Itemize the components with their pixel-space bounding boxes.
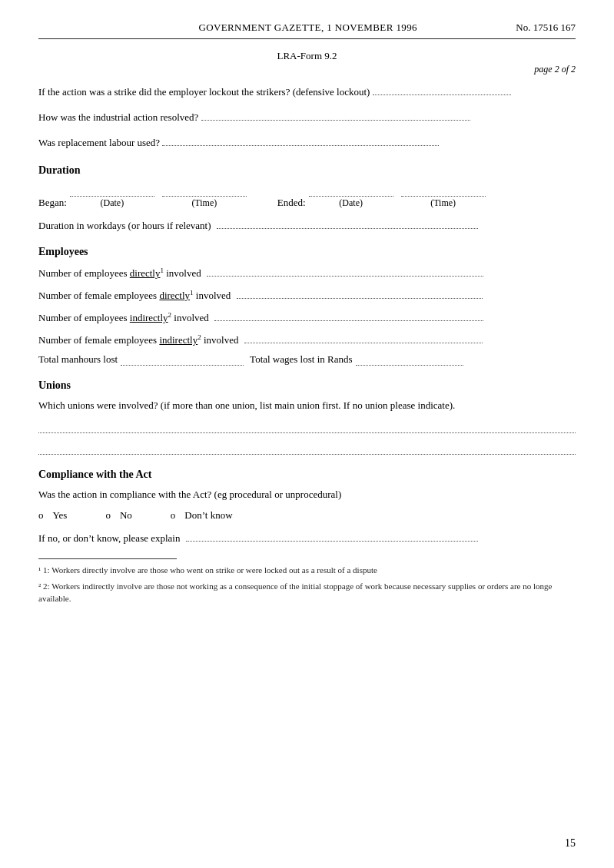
unions-heading: Unions [38, 379, 576, 392]
ended-time-dots [401, 183, 486, 197]
ended-time-field: (Time) [401, 183, 486, 209]
duration-workdays-label: Duration in workdays (or hours if releva… [38, 220, 211, 231]
duration-workdays-row: Duration in workdays (or hours if releva… [38, 217, 576, 232]
question-2: How was the industrial action resolved? [38, 108, 576, 126]
employees-row-4: Number of female employees indirectly2 i… [38, 331, 576, 346]
header-title: GOVERNMENT GAZETTE, 1 NOVEMBER 1996 [100, 22, 516, 34]
employees-fill-2 [237, 287, 483, 299]
question-3-text: Was replacement labour used? [38, 137, 160, 148]
option-no-label: No [120, 509, 132, 522]
question-1-text: If the action was a strike did the emplo… [38, 86, 370, 98]
employees-row-1: Number of employees directly1 involved [38, 264, 576, 280]
question-3-fill [162, 134, 439, 146]
option-no: o No [105, 509, 131, 522]
options-row: o Yes o No o Don’t know [38, 509, 576, 522]
ended-date-sub: (Date) [339, 197, 363, 209]
employees-label-3: Number of employees indirectly2 involved [38, 312, 209, 323]
question-3: Was replacement labour used? [38, 134, 576, 151]
employees-fill-1 [207, 264, 483, 277]
page-header: GOVERNMENT GAZETTE, 1 NOVEMBER 1996 No. … [38, 22, 576, 39]
duration-heading: Duration [38, 164, 576, 177]
header-right: No. 17516 167 [516, 22, 576, 34]
ended-label: Ended: [277, 197, 306, 209]
began-date-dots [70, 183, 154, 197]
duration-workdays-fill [217, 217, 478, 229]
employees-fill-4 [244, 331, 483, 343]
employees-fill-3 [214, 309, 483, 321]
employees-heading: Employees [38, 246, 576, 258]
option-yes: o Yes [38, 509, 67, 522]
employees-label-2: Number of female employees directly1 inv… [38, 290, 231, 301]
question-2-text: How was the industrial action resolved? [38, 111, 198, 123]
employees-label-1: Number of employees directly1 involved [38, 267, 201, 279]
explain-row: If no, or don’t know, please explain [38, 529, 576, 545]
page-number-bottom: 15 [565, 837, 576, 850]
ended-date-field: (Date) [309, 183, 393, 209]
compliance-description: Was the action in compliance with the Ac… [38, 487, 576, 502]
compliance-heading: Compliance with the Act [38, 469, 576, 481]
explain-label: If no, or don’t know, please explain [38, 532, 180, 544]
began-label: Began: [38, 197, 67, 209]
option-dontknow-label: Don’t know [184, 509, 232, 522]
question-1-fill [373, 83, 511, 95]
employees-row-2: Number of female employees directly1 inv… [38, 287, 576, 302]
employees-label-4: Number of female employees indirectly2 i… [38, 334, 238, 346]
union-fill-1 [38, 419, 576, 433]
question-2-fill [201, 108, 470, 121]
began-time-dots [162, 183, 247, 197]
ended-date-dots [309, 183, 393, 197]
question-1: If the action was a strike did the emplo… [38, 83, 576, 101]
began-date-field: (Date) [70, 183, 154, 209]
document-page: GOVERNMENT GAZETTE, 1 NOVEMBER 1996 No. … [0, 0, 614, 868]
total-manhours-label: Total manhours lost [38, 353, 118, 366]
total-manhours-fill [121, 353, 244, 366]
total-wages-label: Total wages lost in Rands [250, 353, 352, 366]
unions-description: Which unions were involved? (if more tha… [38, 398, 576, 413]
ended-time-sub: (Time) [430, 197, 456, 209]
duration-row: Began: (Date) (Time) Ended: (Date) (Time… [38, 183, 576, 209]
employees-row-3: Number of employees indirectly2 involved [38, 309, 576, 324]
option-dontknow-circle-label: o [171, 509, 176, 522]
total-wages-fill [356, 353, 463, 366]
option-no-circle-label: o [105, 509, 111, 522]
footnote-1: ¹ 1: Workers directly involve are those … [38, 564, 576, 577]
began-time-sub: (Time) [191, 197, 217, 209]
began-date-sub: (Date) [101, 197, 124, 209]
form-label: LRA-Form 9.2 [38, 50, 576, 62]
union-fill-2 [38, 441, 576, 455]
page-info: page 2 of 2 [38, 64, 576, 75]
option-yes-label: Yes [53, 509, 68, 522]
explain-fill [186, 529, 478, 542]
footnote-2: ² 2: Workers indirectly involve are thos… [38, 580, 576, 605]
footnote-divider [38, 558, 177, 559]
total-row: Total manhours lost Total wages lost in … [38, 353, 576, 366]
option-dontknow: o Don’t know [171, 509, 233, 522]
option-yes-circle-label: o [38, 509, 44, 522]
began-time-field: (Time) [162, 183, 247, 209]
